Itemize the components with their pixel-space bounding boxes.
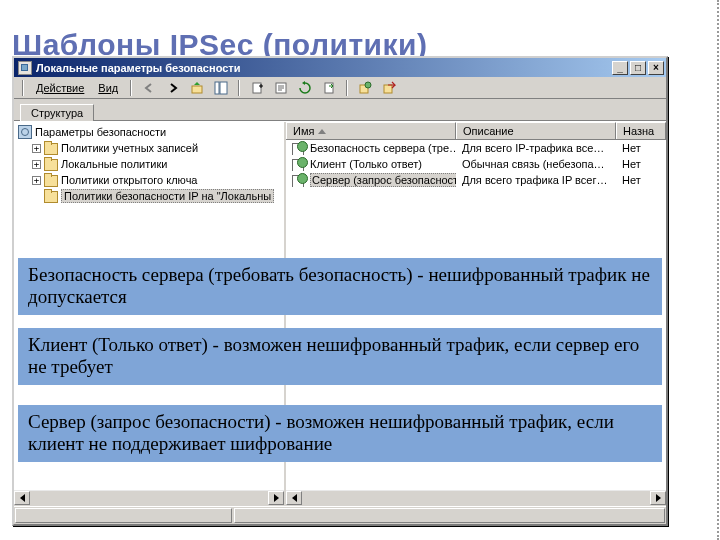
folder-icon — [44, 173, 58, 187]
toolbar-grip — [22, 80, 24, 96]
row-desc: Для всего IP-трафика все… — [456, 142, 616, 154]
policy-icon — [292, 173, 306, 187]
statusbar — [14, 506, 666, 524]
scroll-left-button[interactable] — [286, 491, 302, 505]
unassign-button[interactable] — [378, 78, 400, 98]
menu-action[interactable]: Действие — [30, 81, 90, 95]
assign-button[interactable] — [354, 78, 376, 98]
tree-node-public-key[interactable]: + Политики открытого ключа — [16, 172, 282, 188]
tree-label: Политики учетных записей — [61, 142, 198, 154]
list-item[interactable]: Клиент (Только ответ) Обычная связь (неб… — [286, 156, 666, 172]
row-name-selected: Сервер (запрос безопасности) — [310, 173, 456, 187]
close-button[interactable]: × — [648, 61, 664, 75]
svg-rect-8 — [384, 85, 392, 93]
expander-icon[interactable]: + — [32, 160, 41, 169]
maximize-button[interactable]: □ — [630, 61, 646, 75]
security-root-icon — [18, 125, 32, 139]
svg-rect-1 — [215, 82, 219, 94]
folder-icon — [44, 157, 58, 171]
status-pane-2 — [234, 508, 665, 523]
scroll-right-button[interactable] — [650, 491, 666, 505]
explain-server-require: Безопасность сервера (требовать безопасн… — [18, 258, 662, 315]
window-title: Локальные параметры безопасности — [36, 62, 612, 74]
row-assigned: Нет — [616, 174, 666, 186]
slide-right-dots — [715, 0, 719, 540]
list-header: Имя Описание Назна — [286, 122, 666, 140]
svg-rect-3 — [253, 83, 261, 93]
toolbar-sep-1 — [130, 80, 132, 96]
policy-icon — [292, 141, 306, 155]
col-description[interactable]: Описание — [456, 122, 616, 139]
toolbar-sep-3 — [346, 80, 348, 96]
svg-rect-0 — [192, 86, 202, 93]
row-name: Безопасность сервера (тре… — [310, 142, 456, 154]
up-button[interactable] — [186, 78, 208, 98]
folder-icon — [44, 141, 58, 155]
refresh-button[interactable] — [294, 78, 316, 98]
back-button[interactable] — [138, 78, 160, 98]
expander-icon[interactable]: + — [32, 144, 41, 153]
svg-rect-2 — [220, 82, 227, 94]
tree-node-account-policies[interactable]: + Политики учетных записей — [16, 140, 282, 156]
scroll-left-button[interactable] — [14, 491, 30, 505]
tree-tabstrip: Структура — [14, 99, 666, 121]
forward-button[interactable] — [162, 78, 184, 98]
new-button[interactable] — [246, 78, 268, 98]
titlebar[interactable]: Локальные параметры безопасности _ □ × — [14, 58, 666, 77]
col-name[interactable]: Имя — [286, 122, 456, 139]
list-h-scrollbar[interactable] — [286, 490, 666, 506]
col-assigned[interactable]: Назна — [616, 122, 666, 139]
tree-node-ipsec[interactable]: Политики безопасности IP на "Локальны — [16, 188, 282, 204]
svg-point-7 — [365, 82, 371, 88]
row-assigned: Нет — [616, 142, 666, 154]
row-assigned: Нет — [616, 158, 666, 170]
tree-label: Политики открытого ключа — [61, 174, 197, 186]
status-pane-1 — [15, 508, 232, 523]
list-item[interactable]: Безопасность сервера (тре… Для всего IP-… — [286, 140, 666, 156]
row-desc: Обычная связь (небезопас… — [456, 158, 616, 170]
list-rows: Безопасность сервера (тре… Для всего IP-… — [286, 140, 666, 188]
scroll-right-button[interactable] — [268, 491, 284, 505]
expander-icon[interactable]: + — [32, 176, 41, 185]
explain-client-respond: Клиент (Только ответ) - возможен нешифро… — [18, 328, 662, 385]
tree-label-selected: Политики безопасности IP на "Локальны — [61, 189, 274, 203]
sort-asc-icon — [318, 129, 326, 134]
toolbar: Действие Вид — [14, 77, 666, 99]
toolbar-sep-2 — [238, 80, 240, 96]
show-tree-button[interactable] — [210, 78, 232, 98]
list-item[interactable]: Сервер (запрос безопасности) Для всего т… — [286, 172, 666, 188]
col-name-label: Имя — [293, 125, 314, 137]
properties-button[interactable] — [270, 78, 292, 98]
policy-icon — [292, 157, 306, 171]
tree-root[interactable]: Параметры безопасности — [16, 124, 282, 140]
export-button[interactable] — [318, 78, 340, 98]
tree-label: Локальные политики — [61, 158, 167, 170]
minimize-button[interactable]: _ — [612, 61, 628, 75]
app-icon — [18, 61, 32, 75]
tree-h-scrollbar[interactable] — [14, 490, 284, 506]
row-desc: Для всего трафика IP всег… — [456, 174, 616, 186]
row-name: Клиент (Только ответ) — [310, 158, 422, 170]
tab-structure[interactable]: Структура — [20, 104, 94, 121]
folder-icon — [44, 189, 58, 203]
menu-view[interactable]: Вид — [92, 81, 124, 95]
tree-root-label: Параметры безопасности — [35, 126, 166, 138]
explain-server-request: Сервер (запрос безопасности) - возможен … — [18, 405, 662, 462]
tree-node-local-policies[interactable]: + Локальные политики — [16, 156, 282, 172]
